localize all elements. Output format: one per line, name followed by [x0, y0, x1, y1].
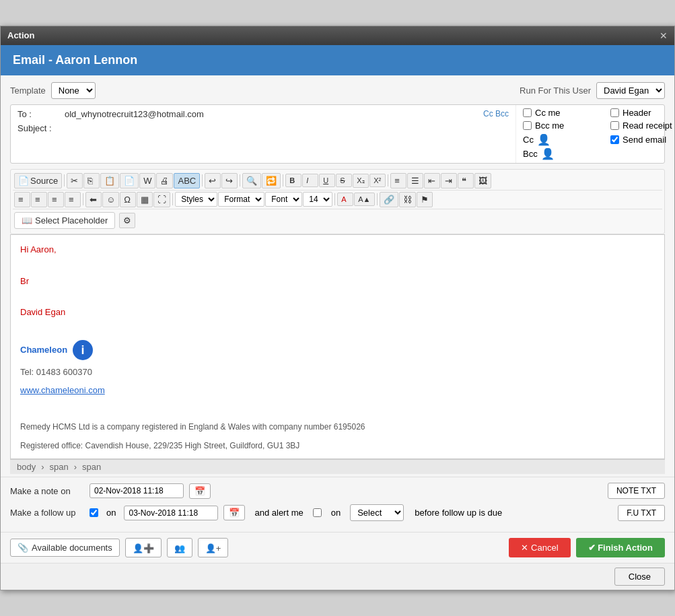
alert-checkbox[interactable]	[313, 508, 322, 517]
redo-button[interactable]: ↪	[221, 173, 238, 189]
group-button[interactable]: 👥	[167, 538, 192, 557]
follow-on-label: on	[106, 508, 116, 518]
read-receipt-checkbox[interactable]	[610, 121, 619, 130]
quote-icon: ❝	[462, 176, 466, 186]
available-docs-button[interactable]: 📎 Available documents	[10, 539, 120, 557]
template-select[interactable]: None	[51, 82, 96, 99]
select-placeholder-button[interactable]: 📖 Select Placeholder	[14, 212, 115, 229]
cancel-button[interactable]: ✕ Cancel	[509, 538, 570, 557]
ol-icon: ≡	[394, 176, 400, 186]
to-row: To : old_whynotrecruit123@hotmail.com Cc…	[17, 109, 509, 119]
separator1	[64, 174, 65, 186]
indent-button[interactable]: ⇥	[441, 173, 457, 189]
maximize-icon: ⛶	[157, 195, 166, 205]
add-user-button[interactable]: 👤+	[198, 538, 229, 557]
cc-me-checkbox[interactable]	[523, 108, 532, 117]
follow-up-date-input[interactable]	[124, 506, 218, 520]
subscript-button[interactable]: X₂	[353, 174, 369, 188]
alert-select[interactable]: Select	[350, 504, 404, 521]
add-contact-button[interactable]: 👤➕	[125, 538, 162, 557]
options-row2: Bcc me Read receipt	[523, 121, 658, 131]
ltr-button[interactable]: ⬅	[85, 192, 102, 207]
main-window: Action ✕ Email - Aaron Lennon Template N…	[0, 26, 675, 591]
align-justify-button[interactable]: ≡	[65, 192, 81, 207]
undo-button[interactable]: ↩	[205, 173, 221, 189]
extra-btn[interactable]: ⚙	[119, 213, 135, 228]
image-button[interactable]: 🖼	[474, 173, 491, 189]
close-dialog-button[interactable]: Close	[614, 568, 665, 586]
blockquote-button[interactable]: ❝	[458, 173, 474, 189]
note-date-input[interactable]	[90, 483, 184, 498]
paste-text-button[interactable]: 📄	[120, 173, 139, 189]
bcc-label: Bcc	[523, 149, 538, 159]
template-label: Template	[10, 85, 46, 96]
superscript-button[interactable]: X²	[369, 174, 386, 187]
cc-option: Cc 👤	[523, 133, 597, 146]
footer-right: ✕ Cancel ✔ Finish Action	[509, 538, 665, 557]
link-button[interactable]: 🔗	[380, 192, 398, 207]
source-label: Source	[30, 176, 58, 186]
header-checkbox[interactable]	[610, 108, 619, 117]
align-left-button[interactable]: ≡	[14, 192, 30, 207]
paste-word-button[interactable]: W	[139, 173, 155, 189]
follow-up-checkbox[interactable]	[90, 508, 98, 517]
book-icon: 📖	[22, 215, 32, 226]
find-icon: 🔍	[246, 176, 257, 186]
copy-button[interactable]: ⎘	[83, 173, 100, 189]
align-right-button[interactable]: ≡	[48, 192, 64, 207]
website-link[interactable]: www.chameleoni.com	[20, 385, 105, 395]
special-char-button[interactable]: Ω	[120, 192, 136, 207]
send-email-checkbox[interactable]	[610, 135, 619, 144]
source-icon: 📄	[18, 176, 29, 186]
image-icon: 🖼	[478, 176, 487, 186]
unordered-list-button[interactable]: ☰	[407, 173, 423, 189]
replace-button[interactable]: 🔁	[262, 173, 281, 189]
cut-button[interactable]: ✂	[67, 173, 83, 189]
subject-input[interactable]	[65, 122, 509, 135]
paste-text-icon: 📄	[124, 176, 135, 186]
unlink-button[interactable]: ⛓	[399, 192, 416, 207]
print-button[interactable]: 🖨	[156, 173, 173, 189]
alert-on-label: on	[331, 508, 341, 518]
note-txt-button[interactable]: NOTE TXT	[608, 483, 665, 499]
emoji-icon: ☺	[106, 195, 115, 205]
chameleon-logo: Chameleon i	[20, 340, 655, 360]
underline-button[interactable]: U	[319, 174, 335, 187]
bold-button[interactable]: B	[285, 174, 301, 187]
cc-bcc-link[interactable]: Cc Bcc	[483, 109, 509, 118]
source-button[interactable]: 📄 Source	[14, 173, 62, 189]
website-line: www.chameleoni.com	[20, 382, 655, 398]
align-center-button[interactable]: ≡	[31, 192, 47, 207]
bcc-me-checkbox[interactable]	[523, 121, 532, 130]
strikethrough-button[interactable]: S	[336, 174, 352, 187]
anchor-button[interactable]: ⚑	[417, 192, 433, 207]
fu-txt-button[interactable]: F.U TXT	[618, 505, 665, 521]
header-option: Header	[610, 108, 675, 118]
styles-select[interactable]: Styles	[175, 192, 217, 207]
spell-check-button[interactable]: ABC	[174, 173, 200, 189]
font-color-button[interactable]: A	[337, 193, 353, 206]
editor-area[interactable]: Hi Aaron, Br David Egan Chameleon i Tel:…	[10, 234, 665, 460]
italic-button[interactable]: I	[302, 174, 318, 187]
find-button[interactable]: 🔍	[242, 173, 261, 189]
font-select[interactable]: Font	[265, 192, 302, 207]
add-user-icon: 👤+	[205, 543, 221, 553]
paste-button[interactable]: 📋	[100, 173, 119, 189]
align-right-icon: ≡	[52, 195, 57, 205]
font-size-select[interactable]: 14	[303, 192, 332, 207]
table-button[interactable]: ▦	[137, 192, 153, 207]
emoji-button[interactable]: ☺	[102, 192, 119, 207]
template-row: Template None Run For This User David Eg…	[10, 82, 665, 99]
follow-calendar-button[interactable]: 📅	[223, 505, 245, 520]
outdent-button[interactable]: ⇤	[424, 173, 440, 189]
ordered-list-button[interactable]: ≡	[390, 173, 406, 189]
window-close-button[interactable]: ✕	[660, 30, 668, 41]
maximize-button[interactable]: ⛶	[153, 192, 170, 207]
subject-row: Subject :	[17, 122, 509, 135]
placeholder-label: Select Placeholder	[35, 215, 108, 226]
run-for-select[interactable]: David Egan	[596, 82, 665, 99]
finish-action-button[interactable]: ✔ Finish Action	[576, 538, 665, 557]
highlight-button[interactable]: A▲	[354, 193, 374, 206]
format-select[interactable]: Format	[218, 192, 264, 207]
note-calendar-button[interactable]: 📅	[189, 483, 211, 499]
